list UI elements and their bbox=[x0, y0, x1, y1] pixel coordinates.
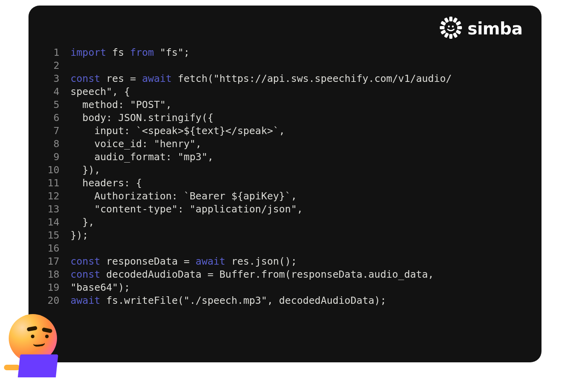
code-line: 14 }, bbox=[48, 216, 522, 229]
line-number: 10 bbox=[48, 163, 70, 176]
code-line: 7 input: `<speak>${text}</speak>`, bbox=[48, 124, 522, 137]
code-line: 6 body: JSON.stringify({ bbox=[48, 111, 522, 124]
svg-rect-0 bbox=[449, 17, 452, 21]
code-line: 9 audio_format: "mp3", bbox=[48, 150, 522, 163]
code-source: audio_format: "mp3", bbox=[70, 150, 213, 163]
line-number: 18 bbox=[48, 268, 70, 281]
code-line: 4speech", { bbox=[48, 85, 522, 98]
line-number: 1 bbox=[48, 46, 70, 59]
code-source: body: JSON.stringify({ bbox=[70, 111, 213, 124]
code-source: const decodedAudioData = Buffer.from(res… bbox=[70, 268, 434, 281]
code-line: 10 }), bbox=[48, 163, 522, 176]
code-source: speech", { bbox=[70, 85, 130, 98]
mascot-laptop-icon bbox=[18, 354, 58, 377]
line-number: 16 bbox=[48, 242, 70, 255]
code-line: 12 Authorization: `Bearer ${apiKey}`, bbox=[48, 189, 522, 203]
line-number: 12 bbox=[48, 189, 70, 203]
code-source: }), bbox=[70, 163, 100, 176]
code-source: "base64"); bbox=[70, 281, 130, 294]
mascot-illustration bbox=[6, 314, 61, 377]
code-line: 20await fs.writeFile("./speech.mp3", dec… bbox=[48, 294, 522, 307]
code-line: 3const res = await fetch("https://api.sw… bbox=[48, 72, 522, 85]
line-number: 5 bbox=[48, 98, 70, 111]
code-line: 16 bbox=[48, 242, 522, 255]
line-number: 20 bbox=[48, 294, 70, 307]
code-line: 18const decodedAudioData = Buffer.from(r… bbox=[48, 268, 522, 281]
line-number: 15 bbox=[48, 229, 70, 242]
code-source: input: `<speak>${text}</speak>`, bbox=[70, 124, 285, 137]
code-line: 15}); bbox=[48, 229, 522, 242]
svg-point-1 bbox=[448, 26, 450, 28]
line-number: 13 bbox=[48, 203, 70, 216]
mascot-foot-icon bbox=[4, 365, 20, 370]
brand-logo-icon bbox=[440, 17, 462, 40]
code-source: await fs.writeFile("./speech.mp3", decod… bbox=[70, 294, 386, 307]
code-source: }, bbox=[70, 216, 94, 229]
svg-point-2 bbox=[452, 26, 454, 28]
line-number: 9 bbox=[48, 150, 70, 163]
line-number: 8 bbox=[48, 137, 70, 150]
line-number: 6 bbox=[48, 111, 70, 124]
code-line: 13 "content-type": "application/json", bbox=[48, 203, 522, 216]
code-source: voice_id: "henry", bbox=[70, 137, 201, 150]
code-source: const responseData = await res.json(); bbox=[70, 255, 297, 268]
code-source: import fs from "fs"; bbox=[70, 46, 190, 59]
code-card: simba 1import fs from "fs";23const res =… bbox=[28, 6, 542, 362]
line-number: 2 bbox=[48, 59, 70, 72]
line-number: 11 bbox=[48, 176, 70, 189]
line-number: 17 bbox=[48, 255, 70, 268]
code-line: 19"base64"); bbox=[48, 281, 522, 294]
line-number: 7 bbox=[48, 124, 70, 137]
code-source: const res = await fetch("https://api.sws… bbox=[70, 72, 452, 85]
brand-name: simba bbox=[467, 19, 522, 38]
brand: simba bbox=[440, 17, 522, 40]
code-source: "content-type": "application/json", bbox=[70, 203, 303, 216]
code-line: 2 bbox=[48, 59, 522, 72]
code-source: Authorization: `Bearer ${apiKey}`, bbox=[70, 189, 297, 203]
line-number: 4 bbox=[48, 85, 70, 98]
line-number: 14 bbox=[48, 216, 70, 229]
line-number: 3 bbox=[48, 72, 70, 85]
code-source: }); bbox=[70, 229, 88, 242]
line-number: 19 bbox=[48, 281, 70, 294]
code-line: 1import fs from "fs"; bbox=[48, 46, 522, 59]
code-block: 1import fs from "fs";23const res = await… bbox=[48, 46, 522, 307]
code-source: headers: { bbox=[70, 176, 142, 189]
code-line: 8 voice_id: "henry", bbox=[48, 137, 522, 150]
code-source: method: "POST", bbox=[70, 98, 172, 111]
code-line: 5 method: "POST", bbox=[48, 98, 522, 111]
code-line: 11 headers: { bbox=[48, 176, 522, 189]
code-line: 17const responseData = await res.json(); bbox=[48, 255, 522, 268]
